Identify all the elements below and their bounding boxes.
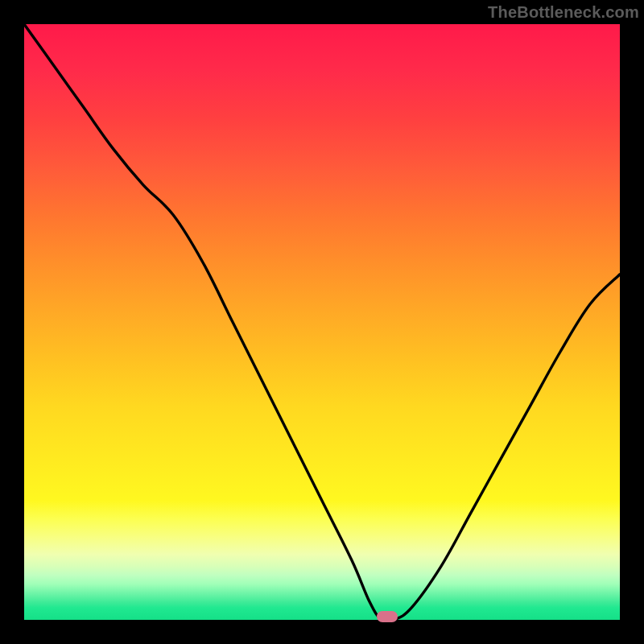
bottleneck-curve xyxy=(24,24,620,620)
bottleneck-marker xyxy=(377,611,398,622)
watermark: TheBottleneck.com xyxy=(488,3,639,22)
chart-container: TheBottleneck.com xyxy=(0,0,644,644)
plot-area xyxy=(24,24,620,620)
